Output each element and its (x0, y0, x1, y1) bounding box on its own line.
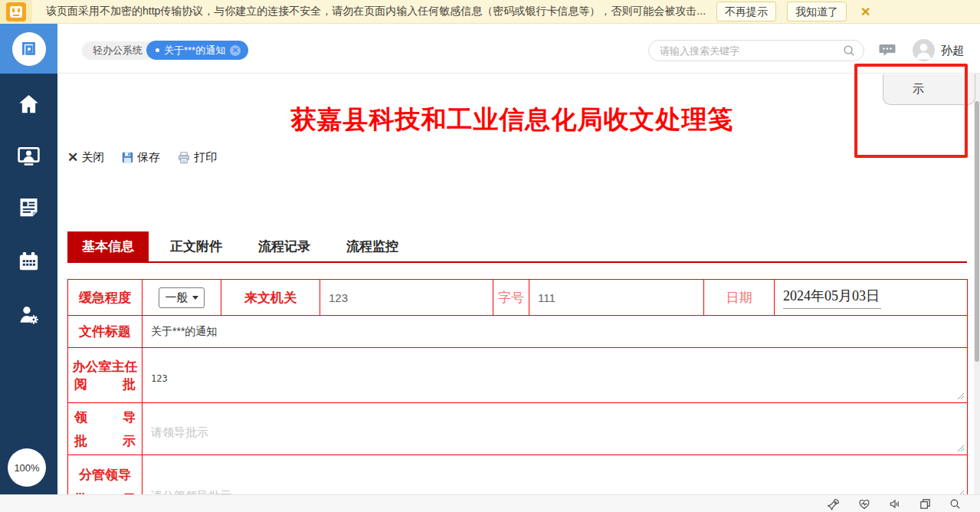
resize-grip-icon[interactable] (956, 392, 964, 399)
warning-close-icon[interactable]: ✕ (860, 5, 870, 19)
active-dot (156, 48, 159, 52)
tab-process-monitor[interactable]: 流程监控 (332, 231, 413, 261)
dismiss-forever-button[interactable]: 不再提示 (716, 2, 776, 21)
chevron-down-icon (192, 296, 198, 300)
warning-text: 该页面采用不加密的http传输协议，与你建立的连接不安全，请勿在页面内输入任何敏… (46, 5, 706, 18)
acknowledge-button[interactable]: 我知道了 (787, 2, 847, 21)
leader-label-line2: 批 示 (74, 432, 136, 450)
leader-remark-placeholder: 请领导批示 (143, 418, 967, 440)
office-director-textarea[interactable]: 123 (143, 348, 968, 403)
user-name[interactable]: 孙超 (941, 44, 964, 58)
windows-icon[interactable] (919, 497, 932, 510)
document-form-table: 缓急程度 一般 来文机关 123 字号 111 日期 2024年05月03日 文… (67, 279, 968, 494)
scrollbar-thumb[interactable] (975, 101, 979, 362)
office-director-label-line1: 办公室主任 (68, 358, 142, 376)
magnifier-icon[interactable] (949, 497, 962, 510)
deputy-remark-placeholder: 请分管领导批示 (143, 475, 967, 494)
tab-notice-label: 关于***的通知 (164, 44, 225, 57)
date-label: 日期 (704, 280, 775, 316)
home-icon[interactable] (17, 92, 41, 116)
urgency-selected-value: 一般 (166, 290, 188, 305)
date-cell: 2024年05月03日 (775, 280, 968, 316)
speaker-icon[interactable] (888, 497, 902, 510)
search-box (648, 40, 864, 61)
source-agency-input[interactable]: 123 (320, 280, 493, 316)
search-input[interactable] (660, 45, 842, 57)
status-footer (0, 494, 980, 512)
top-header: 轻办公系统 关于***的通知 ✕ 孙超 (57, 24, 980, 74)
resize-grip-icon[interactable] (956, 444, 964, 451)
table-row: 办公室主任 阅 批 123 (68, 348, 968, 403)
leader-remark-textarea[interactable]: 请领导批示 (143, 403, 968, 455)
dropdown-menu-fragment[interactable]: 示 (883, 74, 975, 105)
doc-number-input[interactable]: 111 (529, 280, 704, 316)
deputy-label-line1: 分管领导 (68, 466, 142, 484)
print-button[interactable]: 打印 (177, 150, 217, 165)
table-row: 分管领导 批 示 请分管领导批示 (68, 455, 968, 495)
insecure-warning-bar: 该页面采用不加密的http传输协议，与你建立的连接不安全，请勿在页面内输入任何敏… (0, 0, 980, 24)
table-row: 缓急程度 一般 来文机关 123 字号 111 日期 2024年05月03日 (68, 280, 968, 316)
table-row: 领 导 批 示 请领导批示 (68, 403, 968, 455)
date-input[interactable]: 2024年05月03日 (783, 287, 881, 309)
tab-basic-info[interactable]: 基本信息 (67, 231, 149, 261)
save-icon (121, 151, 134, 164)
table-row: 文件标题 关于***的通知 (68, 316, 968, 348)
print-label: 打印 (194, 150, 217, 165)
user-avatar[interactable] (913, 39, 935, 61)
resize-grip-icon[interactable] (956, 489, 964, 494)
heartbeat-icon[interactable] (857, 497, 871, 510)
vertical-scrollbar[interactable] (974, 74, 980, 494)
document-toolbar: ✕ 关闭 保存 打印 (67, 149, 217, 166)
urgency-cell: 一般 (143, 280, 221, 316)
tab-underline (67, 261, 967, 263)
warning-icon-wrap (0, 0, 32, 24)
tab-close-icon[interactable]: ✕ (230, 45, 241, 56)
tab-process-record[interactable]: 流程记录 (244, 231, 325, 261)
deputy-leader-remark-textarea[interactable]: 请分管领导批示 (143, 455, 968, 495)
file-title-label: 文件标题 (68, 316, 143, 348)
source-agency-label: 来文机关 (221, 280, 320, 316)
save-label: 保存 (137, 150, 160, 165)
urgency-select[interactable]: 一般 (159, 287, 205, 308)
app-window: 该页面采用不加密的http传输协议，与你建立的连接不安全，请勿在页面内输入任何敏… (0, 0, 980, 512)
tab-light-office-system[interactable]: 轻办公系统 (82, 41, 153, 60)
calendar-icon[interactable] (17, 249, 41, 273)
leader-remark-label: 领 导 批 示 (68, 403, 143, 455)
urgency-label: 缓急程度 (68, 280, 143, 316)
news-icon[interactable] (17, 195, 41, 219)
app-logo[interactable] (0, 24, 57, 74)
left-sidebar: 100% (0, 74, 57, 494)
close-button[interactable]: ✕ 关闭 (67, 149, 104, 166)
app-logo-icon (12, 32, 46, 66)
rocket-icon[interactable] (828, 497, 841, 510)
insecure-page-icon (6, 2, 26, 21)
save-button[interactable]: 保存 (121, 150, 160, 165)
office-director-label: 办公室主任 阅 批 (68, 348, 143, 403)
leader-label-line1: 领 导 (74, 409, 136, 426)
zoom-level-badge[interactable]: 100% (8, 448, 46, 487)
monitor-user-icon[interactable] (17, 144, 41, 168)
file-title-input[interactable]: 关于***的通知 (143, 316, 968, 348)
page-title: 获嘉县科技和工业信息化局收文处理笺 (57, 103, 967, 137)
office-director-label-line2: 阅 批 (74, 376, 136, 393)
messages-icon[interactable] (879, 44, 896, 61)
close-label: 关闭 (81, 150, 104, 165)
tab-notice-document[interactable]: 关于***的通知 ✕ (146, 41, 248, 60)
search-icon[interactable] (842, 44, 856, 57)
deputy-leader-remark-label: 分管领导 批 示 (68, 455, 143, 495)
print-icon (177, 151, 191, 165)
form-tabs: 基本信息 正文附件 流程记录 流程监控 (67, 231, 420, 261)
close-icon: ✕ (67, 149, 78, 166)
doc-number-label: 字号 (493, 280, 529, 316)
user-settings-icon[interactable] (17, 303, 41, 327)
tab-body-attachments[interactable]: 正文附件 (156, 231, 237, 261)
document-content: 获嘉县科技和工业信息化局收文处理笺 ✕ 关闭 保存 (57, 74, 975, 494)
office-director-value: 123 (151, 373, 168, 384)
